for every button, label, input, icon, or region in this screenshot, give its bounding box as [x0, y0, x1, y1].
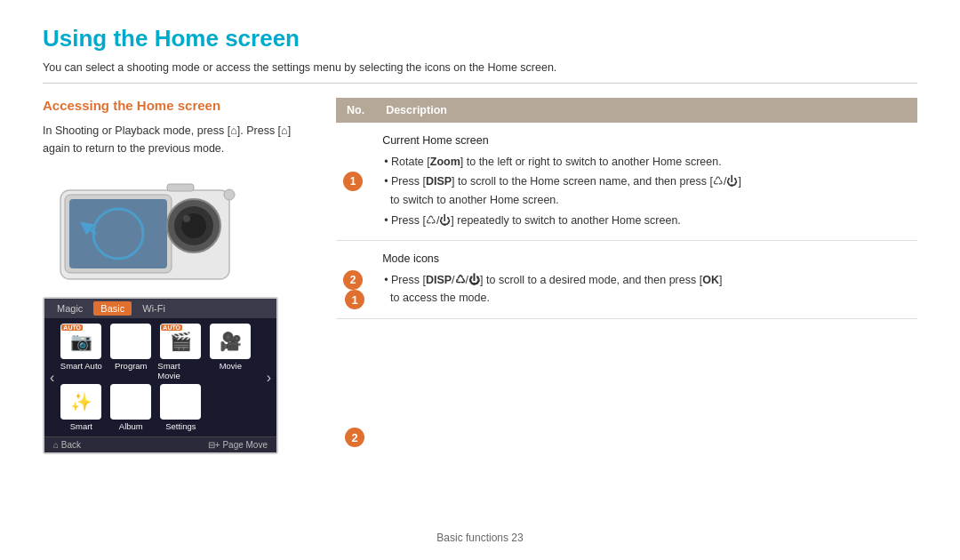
content-area: Accessing the Home screen In Shooting or… [43, 98, 917, 454]
icon-box-movie: 🎥 [210, 324, 251, 359]
section-title: Accessing the Home screen [43, 98, 318, 113]
circle-1: 1 [345, 290, 364, 309]
svg-point-6 [183, 215, 190, 222]
icon-movie[interactable]: 🎥 Movie [207, 324, 253, 380]
hs-back-label: ⌂ Back [53, 440, 81, 450]
num-circle-2: 2 [343, 270, 363, 290]
circle-2: 2 [345, 428, 364, 447]
desc-bullet-2-1: • Press [DISP/♺/⏻] to scroll to a desire… [382, 271, 910, 308]
num-circle-1: 1 [343, 172, 363, 191]
col-no: No. [336, 98, 375, 123]
camera-illustration [43, 168, 256, 288]
desc-cell-1: Current Home screen • Rotate [Zoom] to t… [375, 123, 917, 241]
num-cell-1: 1 [336, 123, 375, 241]
info-table: No. Description 1 Current Home screen • [336, 98, 917, 319]
icon-smart-movie[interactable]: AUTO 🎬 Smart Movie [157, 324, 204, 380]
icon-box-album: 🖼 [110, 384, 151, 420]
desc-cell-2: Mode icons • Press [DISP/♺/⏻] to scroll … [375, 241, 917, 319]
icon-smart[interactable]: ✨ Smart [58, 384, 104, 431]
hs-bottom-bar: ⌂ Back ⊟+ Page Move [44, 436, 276, 452]
svg-point-8 [224, 189, 235, 200]
col-desc: Description [375, 98, 917, 123]
icon-box-smart: ✨ [60, 384, 101, 420]
icon-album[interactable]: 🖼 Album [108, 384, 154, 431]
table-row-1: 1 Current Home screen • Rotate [Zoom] to… [336, 123, 917, 241]
homescreen-wrapper: 1 2 Magic Basic Wi-Fi ‹ [43, 297, 318, 454]
tab-wifi[interactable]: Wi-Fi [135, 301, 172, 316]
homescreen-mockup: Magic Basic Wi-Fi ‹ AUTO 📷 [43, 297, 278, 454]
hs-icons-row: ‹ AUTO 📷 Smart Auto 🎞 [44, 318, 276, 436]
icon-box-settings: ⚙ [160, 384, 201, 420]
desc-title-2: Mode icons [382, 250, 910, 268]
hs-icons-grid: AUTO 📷 Smart Auto 🎞 Program [58, 324, 262, 431]
auto-badge-2: AUTO [161, 324, 182, 331]
icon-box-smart-auto: AUTO 📷 [60, 324, 101, 359]
tab-basic[interactable]: Basic [93, 301, 132, 316]
page-title: Using the Home screen [43, 25, 917, 52]
page-subtitle: You can select a shooting mode or access… [43, 61, 917, 84]
icon-box-smart-movie: AUTO 🎬 [160, 324, 201, 359]
svg-rect-7 [167, 184, 194, 191]
icon-label-smart-auto: Smart Auto [60, 361, 102, 371]
desc-bullet-1-1: • Rotate [Zoom] to the left or right to … [382, 153, 910, 172]
icon-program[interactable]: 🎞 Program [108, 324, 154, 380]
icon-label-movie: Movie [220, 361, 242, 371]
icon-settings[interactable]: ⚙ Settings [157, 384, 204, 431]
icon-label-album: Album [119, 421, 143, 431]
hs-tabs: Magic Basic Wi-Fi [44, 299, 276, 318]
desc-title-1: Current Home screen [382, 132, 910, 150]
icon-label-smart: Smart [70, 421, 92, 431]
tab-magic[interactable]: Magic [50, 301, 90, 316]
arrow-left[interactable]: ‹ [48, 370, 56, 386]
table-row-2: 2 Mode icons • Press [DISP/♺/⏻] to scrol… [336, 241, 917, 319]
desc-bullet-1-3: • Press [♺/⏻] repeatedly to switch to an… [382, 212, 910, 230]
section-text: In Shooting or Playback mode, press [⌂].… [43, 122, 318, 157]
auto-badge-1: AUTO [61, 324, 83, 331]
hs-pagemove-label: ⊟+ Page Move [208, 440, 268, 450]
arrow-right[interactable]: › [265, 370, 273, 386]
page-container: Using the Home screen You can select a s… [0, 0, 960, 472]
page-footer: Basic functions 23 [0, 532, 960, 544]
icon-label-smart-movie: Smart Movie [157, 361, 204, 380]
right-column: No. Description 1 Current Home screen • [336, 98, 917, 454]
icon-label-settings: Settings [165, 421, 196, 431]
icon-label-program: Program [115, 361, 147, 371]
icon-smart-auto[interactable]: AUTO 📷 Smart Auto [58, 324, 104, 380]
desc-bullet-1-2: • Press [DISP] to scroll to the Home scr… [382, 172, 910, 209]
left-column: Accessing the Home screen In Shooting or… [43, 98, 318, 454]
icon-box-program: 🎞 [110, 324, 151, 359]
